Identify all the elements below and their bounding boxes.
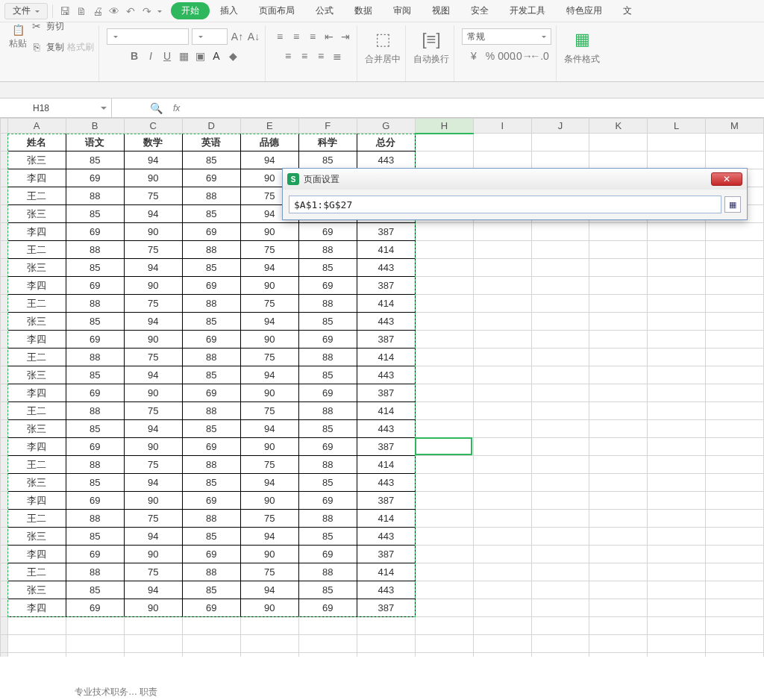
cell[interactable] <box>705 581 763 599</box>
cell[interactable] <box>531 635 589 653</box>
cell[interactable]: 387 <box>357 546 415 563</box>
cell[interactable]: 75 <box>240 295 298 313</box>
cell[interactable] <box>416 635 474 653</box>
align-bottom-icon[interactable]: ≡ <box>306 30 319 43</box>
cell[interactable]: 75 <box>124 563 182 581</box>
cell[interactable] <box>531 599 589 617</box>
cell[interactable]: 88 <box>66 349 124 366</box>
fx-icon[interactable]: fx <box>173 103 180 113</box>
indent-increase-icon[interactable]: ⇥ <box>339 30 352 43</box>
cell[interactable] <box>416 599 474 617</box>
cell[interactable]: 90 <box>240 599 298 617</box>
cell[interactable]: 张三 <box>7 581 66 599</box>
cell[interactable]: 90 <box>124 331 182 349</box>
cell[interactable]: 69 <box>182 546 240 563</box>
cell[interactable]: 75 <box>124 187 182 205</box>
range-input[interactable] <box>289 196 721 213</box>
cell[interactable] <box>589 366 648 384</box>
cell[interactable]: 90 <box>124 223 182 241</box>
merge-center-button[interactable]: ⬚ 合并居中 <box>365 27 401 66</box>
cell[interactable] <box>648 384 706 402</box>
cell[interactable] <box>473 510 531 528</box>
cell[interactable]: 94 <box>124 420 182 438</box>
row-header[interactable] <box>1 134 8 151</box>
cell[interactable]: 90 <box>124 546 182 563</box>
cell[interactable] <box>705 402 763 420</box>
cell[interactable]: 75 <box>124 241 182 259</box>
cell[interactable]: 85 <box>298 259 357 277</box>
font-color-icon[interactable]: A <box>210 49 223 63</box>
cell[interactable]: 85 <box>182 366 240 384</box>
decrease-font-icon[interactable]: A↓ <box>247 30 260 43</box>
cell[interactable]: 88 <box>182 241 240 259</box>
cell[interactable] <box>648 474 706 492</box>
column-header[interactable]: A <box>7 119 66 134</box>
cell[interactable] <box>705 420 763 438</box>
cell[interactable]: 443 <box>357 474 415 492</box>
cell[interactable]: 88 <box>182 295 240 313</box>
cell[interactable]: 75 <box>124 402 182 420</box>
cell[interactable] <box>416 438 474 456</box>
cell[interactable]: 69 <box>182 331 240 349</box>
cell[interactable]: 90 <box>124 438 182 456</box>
cell[interactable] <box>66 617 124 635</box>
cell[interactable] <box>589 474 648 492</box>
cell[interactable]: 88 <box>182 510 240 528</box>
cell[interactable] <box>416 241 474 259</box>
cell[interactable] <box>648 492 706 510</box>
cell[interactable] <box>416 402 474 420</box>
cell[interactable]: 90 <box>240 331 298 349</box>
cell[interactable]: 69 <box>298 223 357 241</box>
cell[interactable] <box>357 653 415 657</box>
cell[interactable] <box>182 653 240 657</box>
align-right-icon[interactable]: ≡ <box>314 49 328 63</box>
cell[interactable]: 李四 <box>7 169 66 187</box>
row-header[interactable] <box>1 151 8 169</box>
cell[interactable] <box>648 366 706 384</box>
cell[interactable] <box>416 277 474 295</box>
cell[interactable]: 85 <box>182 420 240 438</box>
cell[interactable]: 90 <box>124 384 182 402</box>
cell[interactable] <box>589 492 648 510</box>
tab-start[interactable]: 开始 <box>171 2 210 19</box>
cell[interactable]: 443 <box>357 420 415 438</box>
cell[interactable]: 品德 <box>240 134 298 151</box>
cell[interactable]: 王二 <box>7 187 66 205</box>
cell[interactable] <box>589 349 648 366</box>
cell[interactable]: 88 <box>66 510 124 528</box>
cell[interactable]: 69 <box>66 599 124 617</box>
cell[interactable]: 75 <box>124 510 182 528</box>
cell[interactable]: 387 <box>357 438 415 456</box>
cell[interactable]: 85 <box>182 528 240 546</box>
cell[interactable]: 88 <box>298 295 357 313</box>
cell[interactable]: 443 <box>357 528 415 546</box>
cell[interactable]: 张三 <box>7 259 66 277</box>
cell[interactable]: 88 <box>298 402 357 420</box>
cell[interactable] <box>705 241 763 259</box>
cell[interactable] <box>531 563 589 581</box>
cell[interactable]: 75 <box>124 295 182 313</box>
cell[interactable] <box>589 456 648 474</box>
row-header[interactable] <box>1 402 8 420</box>
cell[interactable] <box>531 331 589 349</box>
cell[interactable]: 85 <box>182 151 240 169</box>
indent-decrease-icon[interactable]: ⇤ <box>322 30 336 43</box>
cell[interactable]: 387 <box>357 384 415 402</box>
cell[interactable]: 414 <box>357 241 415 259</box>
cell[interactable] <box>416 653 474 657</box>
cell[interactable] <box>531 384 589 402</box>
cell[interactable]: 414 <box>357 402 415 420</box>
cell[interactable]: 69 <box>66 546 124 563</box>
cell[interactable]: 张三 <box>7 205 66 223</box>
cell[interactable] <box>531 456 589 474</box>
number-format-select[interactable]: 常规 <box>462 28 551 45</box>
cell[interactable]: 69 <box>66 492 124 510</box>
cell[interactable]: 88 <box>66 402 124 420</box>
cell[interactable]: 王二 <box>7 402 66 420</box>
align-middle-icon[interactable]: ≡ <box>289 30 303 43</box>
cell[interactable]: 69 <box>182 599 240 617</box>
cell[interactable]: 85 <box>298 581 357 599</box>
cell[interactable] <box>416 295 474 313</box>
underline-icon[interactable]: U <box>160 49 174 63</box>
cell[interactable]: 85 <box>66 474 124 492</box>
